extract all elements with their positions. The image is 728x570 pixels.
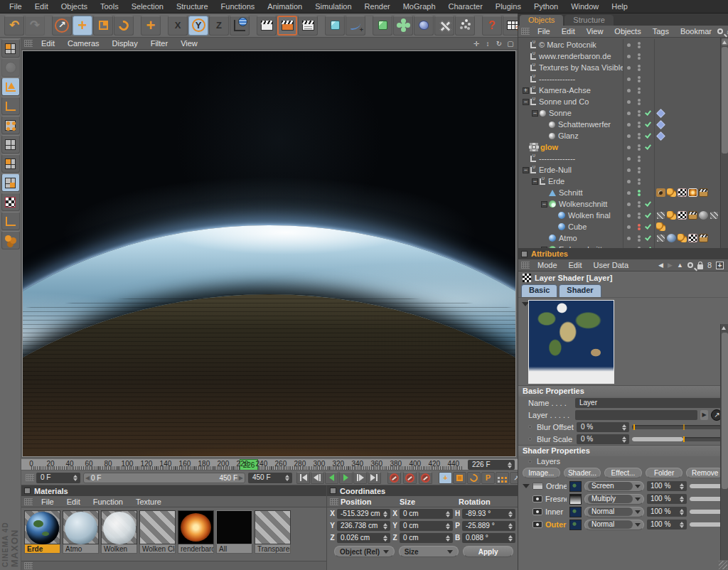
menu-window[interactable]: Window	[564, 0, 605, 14]
tree-row[interactable]: Glanz	[518, 130, 720, 141]
opacity-slider[interactable]	[690, 497, 722, 501]
shader-preview-earth-map[interactable]	[528, 300, 614, 384]
shader-layer-row[interactable]: OuterNormal100 %	[518, 518, 728, 531]
layer-dot-cell[interactable]	[623, 232, 634, 244]
loop-end-stepper[interactable]	[285, 475, 290, 481]
materials-menu-texture[interactable]: Texture	[129, 498, 168, 506]
opacity-field[interactable]: 100 %	[647, 481, 687, 491]
menu-functions[interactable]: Functions	[215, 0, 262, 14]
enabled-check-icon[interactable]	[645, 109, 651, 115]
expand-toggle-icon[interactable]: −	[523, 99, 529, 105]
visibility-editor-dot[interactable]	[638, 190, 641, 193]
layer-dot[interactable]	[627, 89, 631, 92]
objects-menu-view[interactable]: View	[581, 27, 609, 36]
visibility-editor-dot[interactable]	[638, 144, 641, 147]
key-rotation-button[interactable]	[467, 472, 481, 484]
material-thumbnail[interactable]	[216, 510, 252, 544]
enabled-cell[interactable]	[643, 62, 654, 73]
layer-dot[interactable]	[627, 43, 631, 47]
panel-grip[interactable]	[330, 498, 338, 505]
rotation-value-field[interactable]: -89.93 °	[462, 509, 515, 519]
attributes-scrollbar[interactable]	[720, 324, 728, 560]
viewport-menu-display[interactable]: Display	[106, 39, 144, 48]
material-thumbnail[interactable]	[178, 510, 214, 544]
tree-row[interactable]: glow	[518, 141, 720, 153]
visibility-cell[interactable]	[634, 210, 643, 221]
enabled-cell[interactable]	[643, 39, 654, 50]
animation-dot-icon[interactable]	[528, 425, 532, 429]
visibility-cell[interactable]	[634, 187, 643, 198]
loop-end-field[interactable]: 450 F	[248, 473, 292, 483]
layer-dot-cell[interactable]	[623, 107, 634, 119]
objects-menu-edit[interactable]: Edit	[556, 27, 581, 36]
lensflare-tag-icon[interactable]	[656, 131, 665, 141]
enabled-check-icon[interactable]	[645, 120, 651, 127]
menu-edit[interactable]: Edit	[28, 0, 55, 14]
expand-toggle-icon[interactable]: −	[541, 201, 547, 208]
current-tool-move-button[interactable]	[141, 16, 161, 36]
objects-menu-file[interactable]: File	[532, 27, 556, 36]
visibility-cell[interactable]	[634, 232, 643, 244]
add-particle-emitter-button[interactable]	[434, 16, 454, 36]
sphere-gray-tag-icon[interactable]	[699, 211, 708, 220]
play-backward-button[interactable]	[325, 472, 338, 484]
layer-dot-cell[interactable]	[623, 221, 634, 232]
tree-row[interactable]: Wolken final	[518, 210, 720, 221]
visibility-editor-dot[interactable]	[638, 87, 641, 90]
sphere-blue-tag-icon[interactable]	[667, 234, 676, 242]
texture-axis-mode-button[interactable]	[1, 212, 20, 230]
enabled-cell[interactable]	[643, 198, 654, 210]
key-scale-button[interactable]	[453, 472, 466, 484]
visibility-render-dot[interactable]	[638, 68, 641, 71]
current-frame-field[interactable]: 226 F	[468, 460, 515, 470]
layer-link-field[interactable]	[575, 410, 697, 420]
layer-thumbnail[interactable]	[569, 494, 582, 505]
tab-structure[interactable]: Structure	[564, 15, 614, 26]
material-item[interactable]: All	[216, 510, 252, 554]
tree-row[interactable]: --------------	[518, 153, 720, 164]
visibility-render-dot[interactable]	[638, 114, 641, 117]
tree-row[interactable]: −Wolkenschnitt	[518, 198, 720, 210]
animation-dot-icon[interactable]	[528, 460, 532, 463]
layer-thumbnail[interactable]	[569, 507, 582, 517]
visibility-render-dot[interactable]	[638, 171, 641, 173]
layer-name-cell[interactable]: Fresnel	[523, 495, 567, 503]
menu-mograph[interactable]: MoGraph	[397, 0, 442, 14]
layer-dot[interactable]	[627, 214, 631, 217]
visibility-render-dot[interactable]	[638, 45, 641, 48]
compositing-tag-icon[interactable]	[688, 211, 697, 220]
visibility-cell[interactable]	[634, 130, 643, 141]
tree-row[interactable]: Textures by Nasa Visible Eart	[518, 62, 720, 73]
rotation-value-field[interactable]: -25.889 °	[462, 521, 515, 531]
add-array-object-button[interactable]	[393, 16, 413, 36]
redo-button[interactable]	[25, 16, 45, 36]
blend-mode-dropdown[interactable]: Normal	[584, 507, 644, 517]
visibility-cell[interactable]	[634, 141, 643, 153]
layer-dot[interactable]	[627, 123, 631, 127]
layer-dot-cell[interactable]	[623, 62, 634, 73]
panel-grip[interactable]	[24, 40, 33, 47]
autokeying-button[interactable]	[403, 472, 417, 484]
layer-dot-cell[interactable]	[623, 141, 634, 153]
layer-thumbnail[interactable]	[569, 520, 582, 530]
size-stepper[interactable]	[446, 511, 451, 517]
opacity-field[interactable]: 100 %	[647, 507, 687, 517]
visibility-render-dot[interactable]	[638, 239, 641, 242]
visibility-cell[interactable]	[634, 85, 643, 96]
opacity-slider[interactable]	[690, 484, 722, 488]
previous-key-button[interactable]	[311, 472, 324, 484]
blend-mode-dropdown[interactable]: Screen	[584, 481, 644, 492]
search-icon[interactable]	[687, 262, 693, 268]
tree-row[interactable]: Schattenwerfer	[518, 119, 720, 130]
opacity-stepper[interactable]	[680, 496, 685, 502]
visibility-cell[interactable]	[634, 50, 643, 62]
enabled-check-icon[interactable]	[645, 234, 651, 240]
go-to-start-button[interactable]	[296, 472, 310, 484]
animation-dot-icon[interactable]	[528, 437, 532, 441]
phong-tag-icon[interactable]	[656, 222, 665, 231]
viewport-menu-edit[interactable]: Edit	[35, 39, 61, 48]
opacity-slider[interactable]	[690, 510, 722, 514]
enabled-cell[interactable]	[643, 232, 654, 244]
size-stepper[interactable]	[446, 535, 451, 542]
layer-visibility-icon[interactable]	[532, 495, 542, 502]
